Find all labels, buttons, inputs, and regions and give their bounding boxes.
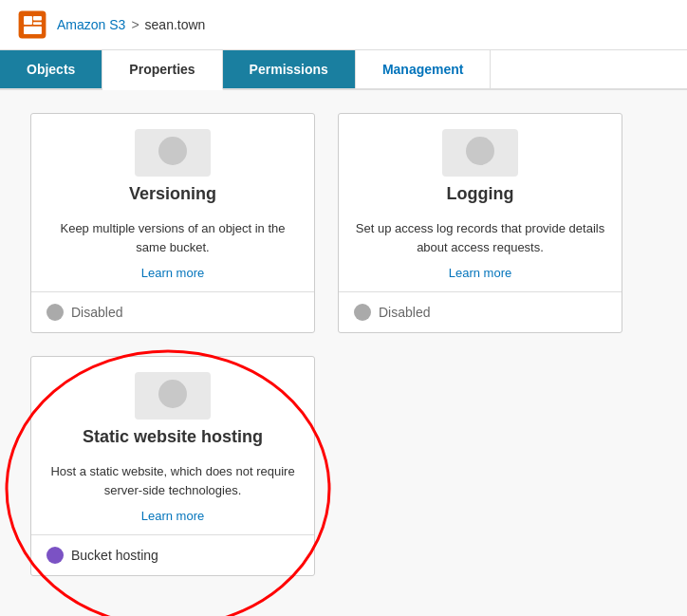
top-bar: Amazon S3 > sean.town [0,0,687,50]
static-hosting-icon [135,372,211,420]
tab-permissions[interactable]: Permissions [223,50,356,88]
versioning-title: Versioning [129,184,216,204]
breadcrumb-separator: > [131,17,139,32]
versioning-icon [135,129,211,177]
versioning-card-header: Versioning [31,114,314,219]
static-hosting-card-header: Static website hosting [31,357,314,462]
logging-learn-more[interactable]: Learn more [354,266,606,280]
svg-rect-3 [33,22,42,25]
static-hosting-status-dot [46,547,64,564]
static-hosting-status: Bucket hosting [31,535,314,575]
versioning-card: Versioning Keep multiple versions of an … [30,113,315,333]
static-hosting-description: Host a static website, which does not re… [46,462,299,499]
tab-properties[interactable]: Properties [102,50,222,90]
logging-status-label: Disabled [379,305,430,320]
logging-card-header: Logging [339,114,622,219]
logging-card: Logging Set up access log records that p… [338,113,622,333]
tab-objects[interactable]: Objects [0,50,102,88]
cards-row-top: Versioning Keep multiple versions of an … [30,113,657,333]
aws-logo [15,8,49,42]
breadcrumb-bucket: sean.town [145,17,206,32]
versioning-status-label: Disabled [71,305,122,320]
static-hosting-wrapper: Static website hosting Host a static web… [30,356,315,576]
versioning-status-dot [46,304,64,321]
breadcrumb-service[interactable]: Amazon S3 [57,17,125,32]
versioning-description: Keep multiple versions of an object in t… [46,219,299,256]
logging-status-dot [354,304,371,321]
svg-rect-2 [33,16,42,21]
logging-description: Set up access log records that provide d… [354,219,606,256]
static-hosting-learn-more[interactable]: Learn more [46,509,299,523]
svg-rect-0 [19,11,46,39]
static-hosting-card: Static website hosting Host a static web… [30,356,315,576]
logging-icon [442,129,518,177]
logging-body: Set up access log records that provide d… [339,219,622,291]
breadcrumb: Amazon S3 > sean.town [57,17,205,32]
svg-rect-4 [24,27,42,34]
static-hosting-body: Host a static website, which does not re… [31,462,314,534]
svg-rect-1 [24,16,32,25]
versioning-learn-more[interactable]: Learn more [46,266,299,280]
static-hosting-status-label: Bucket hosting [71,548,158,563]
versioning-body: Keep multiple versions of an object in t… [31,219,314,291]
versioning-status: Disabled [31,292,314,332]
tab-bar: Objects Properties Permissions Managemen… [0,50,687,90]
static-hosting-title: Static website hosting [83,427,263,447]
logging-title: Logging [447,184,514,204]
main-content: Versioning Keep multiple versions of an … [0,90,687,599]
tab-management[interactable]: Management [356,50,492,88]
logging-status: Disabled [339,292,622,332]
